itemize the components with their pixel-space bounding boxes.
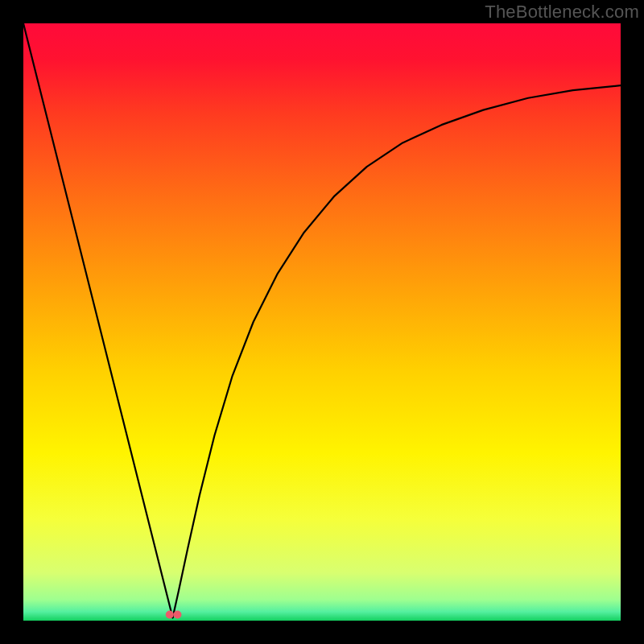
vertex-dot-2: [173, 611, 181, 619]
chart-frame: [23, 23, 621, 621]
vertex-dot-1: [166, 611, 174, 619]
chart-svg: [23, 23, 621, 621]
watermark-text: TheBottleneck.com: [485, 2, 639, 23]
gradient-background: [23, 23, 621, 621]
